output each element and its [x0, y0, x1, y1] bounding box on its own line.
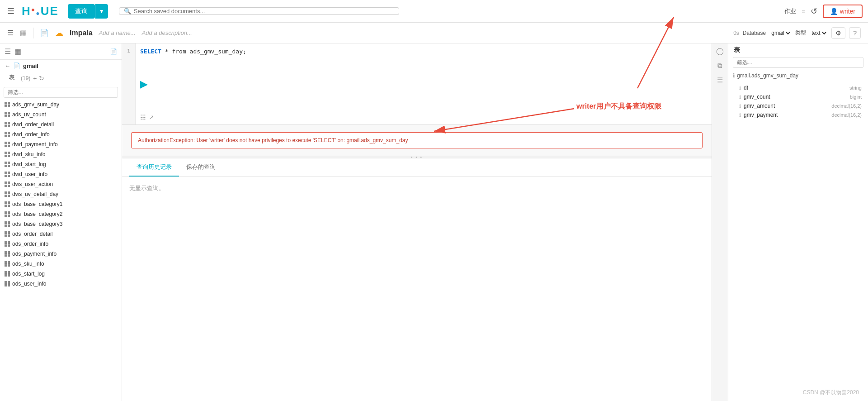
history-left-icon[interactable]: 📄 [110, 48, 117, 55]
grid-icon [5, 132, 10, 137]
table-item[interactable]: ods_base_category2 [0, 209, 122, 219]
table-item[interactable]: dwd_payment_info [0, 139, 122, 149]
editor-controls: ☷ ↗ [140, 114, 154, 121]
grid-icon [5, 261, 10, 267]
query-btn-group: 查询 ▼ [68, 4, 108, 19]
clock-icon[interactable]: ◯ [716, 47, 724, 55]
layers-icon[interactable]: ☰ [5, 47, 11, 56]
sidebar-top: ☰ ▦ 📄 [0, 43, 122, 60]
refresh-icon[interactable]: ↻ [39, 75, 44, 82]
table-item[interactable]: dwd_user_info [0, 169, 122, 179]
back-icon[interactable]: ← [5, 62, 10, 69]
grid-icon [5, 181, 10, 187]
right-icon-strip: ◯ ⧉ ☰ [712, 43, 728, 401]
sub-nav: ☰ ▦ 📄 ☁ Impala Add a name... Add a descr… [0, 23, 868, 43]
editor-format-icon[interactable]: ☷ [140, 114, 146, 121]
editor-expand-icon[interactable]: ↗ [149, 114, 154, 121]
table-name: ods_base_category1 [12, 201, 62, 207]
resize-icon[interactable]: ⧉ [717, 62, 722, 70]
right-table-label: 表 [728, 43, 868, 55]
table-item[interactable]: dwd_order_detail [0, 119, 122, 129]
center-content: 1 ▶ SELECT * from ads_gmv_sum_day; ☷ ↗ A… [122, 43, 712, 401]
right-column-item[interactable]: ℹ gmv_payment decimal(16,2) [728, 110, 868, 119]
grid-icon [5, 191, 10, 197]
table-item[interactable]: dws_user_action [0, 179, 122, 189]
search-input[interactable] [134, 8, 394, 14]
nav-right: 作业 ≡ ↺ 👤 writer [784, 5, 863, 18]
table-filter-input[interactable] [4, 87, 118, 98]
table-item[interactable]: dwd_sku_info [0, 149, 122, 159]
right-column-item[interactable]: ℹ gmv_count bigint [728, 92, 868, 101]
table-item[interactable]: ads_uv_count [0, 110, 122, 119]
sidebar-top-icons: ☰ ▦ [5, 47, 21, 56]
column-type: decimal(16,2) [831, 103, 862, 109]
table-name: ads_uv_count [12, 111, 46, 118]
sql-keyword: SELECT [140, 48, 161, 55]
table-item[interactable]: ods_payment_info [0, 249, 122, 259]
execution-time: 0s [733, 30, 739, 36]
logo: H●●UE [22, 4, 59, 18]
table-item[interactable]: ods_base_category3 [0, 219, 122, 229]
database-select[interactable]: gmail [769, 29, 792, 37]
grid-icon [5, 221, 10, 227]
grid-icon [5, 231, 10, 237]
panel-icon[interactable]: ☰ [717, 76, 723, 84]
query-dropdown-button[interactable]: ▼ [95, 4, 108, 19]
line-number-1: 1 [127, 48, 130, 53]
history-icon[interactable]: 📄 [40, 29, 49, 37]
tab-saved-queries[interactable]: 保存的查询 [179, 158, 223, 177]
columns-icon[interactable]: ☰ [7, 29, 14, 37]
right-db-table-name: gmail.ads_gmv_sum_day [737, 72, 798, 79]
hamburger-icon[interactable]: ☰ [5, 5, 16, 18]
list-icon[interactable]: ≡ [802, 8, 805, 14]
table-item[interactable]: ods_base_category1 [0, 199, 122, 209]
undo-button[interactable]: ↺ [811, 6, 817, 16]
right-sidebar: 表 ℹ gmail.ads_gmv_sum_day ℹ dt string ℹ … [728, 43, 868, 401]
column-type: string [849, 85, 862, 91]
files-icon[interactable]: ▦ [14, 47, 21, 56]
query-button[interactable]: 查询 [68, 4, 95, 19]
grid-icon [5, 122, 10, 127]
grid-icon [5, 251, 10, 257]
table-name: dwd_order_detail [12, 121, 54, 128]
table-item[interactable]: ods_order_info [0, 239, 122, 249]
table-item[interactable]: ads_gmv_sum_day [0, 100, 122, 110]
type-select[interactable]: text [810, 29, 828, 37]
add-name-placeholder[interactable]: Add a name... [99, 29, 136, 36]
user-icon: 👤 [830, 8, 838, 15]
add-description-placeholder[interactable]: Add a description... [142, 29, 192, 36]
table-name: dwd_order_info [12, 131, 50, 138]
table-list: ads_gmv_sum_day ads_uv_count dwd_order_d… [0, 100, 122, 401]
table-item[interactable]: dwd_order_info [0, 129, 122, 139]
table-item[interactable]: ods_sku_info [0, 259, 122, 269]
table-item[interactable]: dwd_start_log [0, 159, 122, 169]
column-name: gmv_amount [744, 103, 829, 109]
add-table-icon[interactable]: + [33, 75, 37, 82]
run-button[interactable]: ▶ [140, 78, 148, 90]
right-filter-input[interactable] [733, 57, 863, 68]
editor-code-area[interactable]: SELECT * from ads_gmv_sum_day; [122, 43, 712, 71]
info-icon: ℹ [739, 112, 741, 118]
table-item[interactable]: ods_start_log [0, 269, 122, 279]
table-item[interactable]: ods_order_detail [0, 229, 122, 239]
table-item[interactable]: ods_user_info [0, 279, 122, 289]
right-db-header[interactable]: ℹ gmail.ads_gmv_sum_day [728, 70, 868, 81]
table-item[interactable]: dws_uv_detail_day [0, 189, 122, 199]
info-icon: ℹ [739, 85, 741, 91]
jobs-label[interactable]: 作业 [784, 7, 796, 15]
right-column-item[interactable]: ℹ gmv_amount decimal(16,2) [728, 101, 868, 110]
copy-icon[interactable]: ▦ [20, 29, 27, 37]
grid-icon [5, 241, 10, 247]
grid-icon [5, 211, 10, 217]
sql-rest: * from ads_gmv_sum_day; [165, 48, 246, 55]
table-name: ads_gmv_sum_day [12, 101, 59, 108]
settings-button[interactable]: ⚙ [831, 27, 845, 39]
column-type: bigint [850, 94, 862, 100]
grid-icon [5, 271, 10, 277]
help-button[interactable]: ? [849, 27, 861, 39]
tab-query-history[interactable]: 查询历史记录 [129, 158, 179, 177]
table-name: dwd_sku_info [12, 151, 45, 158]
right-column-item[interactable]: ℹ dt string [728, 83, 868, 92]
writer-button[interactable]: 👤 writer [823, 5, 863, 18]
csdn-footer-text: CSDN @不以物喜2020 [803, 389, 859, 396]
